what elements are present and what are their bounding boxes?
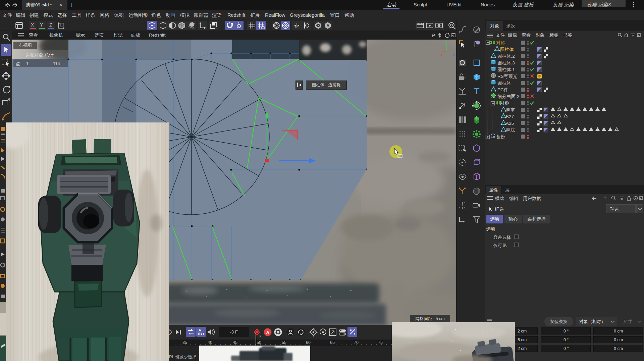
svg-text:圆柱体: 圆柱体 (500, 47, 514, 52)
svg-text:A25: A25 (506, 121, 514, 126)
svg-text:对称: 对称 (500, 101, 509, 106)
svg-text:Y: Y (445, 40, 448, 44)
svg-text:对称: 对称 (496, 40, 505, 45)
svg-text:圆柱体.3: 圆柱体.3 (497, 60, 515, 65)
svg-text:A: A (326, 23, 330, 28)
svg-text:细分曲面.2: 细分曲面.2 (497, 94, 519, 99)
svg-text:A: A (266, 330, 270, 335)
svg-text:圆柱体.2: 圆柱体.2 (497, 54, 515, 59)
svg-text:备份: 备份 (496, 134, 505, 139)
svg-text:脚掌: 脚掌 (506, 107, 515, 112)
svg-text:Z: Z (452, 52, 455, 56)
svg-text:脚底: 脚底 (506, 127, 515, 133)
svg-text:X: X (440, 53, 443, 57)
svg-text:PC件: PC件 (497, 87, 508, 92)
svg-text:RS穹顶光: RS穹顶光 (497, 74, 517, 79)
svg-text:圆柱体.1: 圆柱体.1 (497, 67, 515, 72)
svg-text:A: A (199, 328, 201, 332)
svg-text:B27: B27 (506, 114, 514, 119)
svg-text:圆柱体: 圆柱体 (497, 81, 511, 86)
